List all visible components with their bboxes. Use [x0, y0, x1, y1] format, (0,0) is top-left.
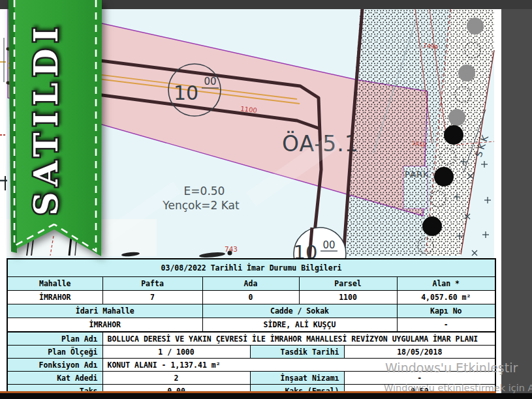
windows-activation-watermark-line1: Windows'u Etkinleştir: [385, 361, 518, 375]
sold-ribbon-label: SATILDI: [27, 22, 65, 216]
value-plan-adi: BOLLUCA DERESİ VE YAKIN ÇEVRESİ İLE İMRA…: [102, 332, 495, 346]
value-cadde-sokak: SİDRE, ALİ KUŞÇU: [202, 318, 397, 332]
imar-info-table: 03/08/2022 Tarihli İmar Durumu Bilgileri…: [7, 258, 496, 332]
listing-screenshot: { "ribbon": { "label": "SATILDI" }, "map…: [0, 0, 532, 399]
value-pafta: 7: [102, 291, 202, 304]
park-label: PARK: [405, 170, 429, 179]
value-parsel: 1100: [299, 291, 397, 304]
label-tasdik-tarihi: Tasdik Tarihi: [250, 346, 344, 359]
col-header-mahalle: Mahalle: [7, 277, 102, 291]
label-fonksiyon-adi: Fonksiyon Adı: [7, 359, 102, 372]
value-kapi-no: -: [397, 318, 495, 332]
value-alan: 4,057.60 m²: [397, 291, 495, 304]
col-header-pafta: Pafta: [102, 277, 202, 291]
value-plan-olcegi: 1 / 1000: [102, 346, 250, 359]
value-tasdik-tarihi: 18/05/2018: [344, 346, 495, 359]
value-ada: 0: [202, 291, 299, 304]
col-header-idari-mahalle: İdari Mahalle: [7, 304, 202, 318]
label-insaat-nizami: İnşaat Nizamı: [250, 372, 344, 385]
table-title: 03/08/2022 Tarihli İmar Durumu Bilgileri: [7, 259, 495, 277]
emsal-label: E=0.50: [184, 185, 225, 198]
value-mahalle: İMRAHOR: [7, 291, 102, 304]
road-width-1-sup: 00: [204, 76, 216, 87]
col-header-alan: Alan *: [397, 277, 495, 291]
col-header-ada: Ada: [202, 277, 299, 291]
road-width-2-sup: 00: [322, 239, 335, 251]
road-width-1-main: 10: [174, 81, 198, 104]
yencok-label: Yençok=2 Kat: [162, 199, 240, 212]
sold-ribbon: SATILDI: [0, 0, 111, 261]
parcel-743-label: 743: [225, 245, 238, 253]
label-kat-adedi: Kat Adedi: [7, 372, 102, 385]
value-idari-mahalle: İMRAHOR: [7, 318, 202, 332]
right-window-band: [501, 0, 532, 399]
road-width-2-main: 10: [294, 241, 318, 259]
col-header-cadde-sokak: Cadde / Sokak: [202, 304, 397, 318]
bottom-black-bar: [0, 393, 532, 399]
label-plan-olcegi: Plan Ölçeği: [7, 346, 102, 359]
col-header-kapi-no: Kapı No: [397, 304, 495, 318]
label-plan-adi: Plan Adı: [7, 332, 102, 346]
value-kat-adedi: 2: [102, 372, 250, 385]
col-header-parsel: Parsel: [299, 277, 397, 291]
